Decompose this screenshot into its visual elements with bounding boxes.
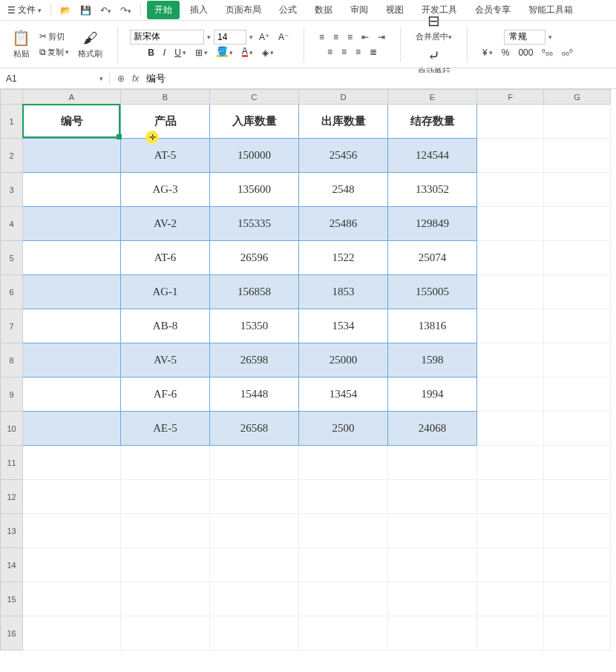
- row-header-4[interactable]: 4: [1, 207, 23, 241]
- col-header-F[interactable]: F: [477, 90, 544, 105]
- cell-G2[interactable]: [544, 139, 611, 173]
- cell-B7[interactable]: AB-8: [121, 309, 210, 343]
- row-header-7[interactable]: 7: [1, 309, 23, 343]
- row-header-12[interactable]: 12: [1, 480, 23, 514]
- row-header-11[interactable]: 11: [1, 446, 23, 480]
- paste-button[interactable]: 📋 粘贴: [9, 27, 33, 61]
- fx-icon[interactable]: fx: [132, 73, 139, 84]
- cell-E6[interactable]: 155005: [388, 275, 477, 309]
- cell-D3[interactable]: 2548: [299, 173, 388, 207]
- increase-font-button[interactable]: A⁺: [256, 30, 272, 44]
- cell[interactable]: [544, 480, 611, 514]
- cell-A8[interactable]: [23, 343, 121, 378]
- cell-C6[interactable]: 156858: [210, 275, 299, 309]
- row-header-10[interactable]: 10: [1, 412, 23, 446]
- align-bottom-button[interactable]: ≡: [344, 30, 355, 44]
- col-header-D[interactable]: D: [299, 90, 388, 105]
- cell-A3[interactable]: [23, 173, 121, 207]
- col-header-B[interactable]: B: [121, 90, 210, 105]
- cell[interactable]: [210, 582, 299, 616]
- file-menu[interactable]: ☰ 文件 ▾: [4, 2, 45, 18]
- cell[interactable]: [388, 548, 477, 582]
- cell-C5[interactable]: 26596: [210, 241, 299, 275]
- tab-review[interactable]: 审阅: [343, 1, 376, 19]
- grid[interactable]: A B C D E F G 1 编号 产品 入库数量 出库数量 结存数量 2 A…: [0, 89, 611, 650]
- increase-decimal-button[interactable]: ⁰₀₀: [539, 46, 556, 59]
- cell-A6[interactable]: [23, 275, 121, 309]
- cell-B2[interactable]: AT-5: [121, 139, 210, 173]
- cell-C8[interactable]: 26598: [210, 343, 299, 378]
- cell-C2[interactable]: 150000: [210, 139, 299, 173]
- cell-G8[interactable]: [544, 343, 611, 378]
- open-button[interactable]: 📂: [57, 4, 74, 17]
- cell-A2[interactable]: [23, 139, 121, 173]
- cell-A4[interactable]: [23, 207, 121, 241]
- tab-page-layout[interactable]: 页面布局: [218, 1, 269, 19]
- tab-formula[interactable]: 公式: [272, 1, 304, 19]
- cell[interactable]: [477, 616, 544, 650]
- percent-button[interactable]: %: [499, 46, 513, 59]
- cell[interactable]: [210, 480, 299, 514]
- row-header-3[interactable]: 3: [1, 173, 23, 207]
- cell[interactable]: [23, 548, 121, 582]
- cell-D4[interactable]: 25486: [299, 207, 388, 241]
- cell[interactable]: [23, 616, 121, 650]
- col-header-C[interactable]: C: [210, 90, 299, 105]
- justify-button[interactable]: ≣: [367, 45, 380, 59]
- merge-center-button[interactable]: ⊟ 合并居中▾: [413, 10, 455, 44]
- cell[interactable]: [477, 480, 544, 514]
- name-box[interactable]: A1 ▾: [0, 73, 110, 84]
- cell[interactable]: [210, 514, 299, 548]
- cell[interactable]: [299, 548, 388, 582]
- cell-G4[interactable]: [544, 207, 611, 241]
- cell-F4[interactable]: [477, 207, 544, 241]
- tab-start[interactable]: 开始: [147, 1, 180, 19]
- cell[interactable]: [121, 582, 210, 616]
- cell[interactable]: [23, 582, 121, 616]
- cell[interactable]: [477, 582, 544, 616]
- align-top-button[interactable]: ≡: [316, 30, 327, 44]
- cut-button[interactable]: ✂剪切: [36, 30, 72, 44]
- cell-D10[interactable]: 2500: [299, 412, 388, 446]
- cell[interactable]: [477, 446, 544, 480]
- copy-button[interactable]: ⧉复制▾: [36, 45, 72, 59]
- bold-button[interactable]: B: [145, 46, 157, 59]
- cell[interactable]: [544, 514, 611, 548]
- italic-button[interactable]: I: [160, 46, 168, 59]
- cell-G3[interactable]: [544, 173, 611, 207]
- cell-F10[interactable]: [477, 412, 544, 446]
- align-right-button[interactable]: ≡: [353, 45, 364, 59]
- cell-F9[interactable]: [477, 378, 544, 412]
- cell[interactable]: [544, 582, 611, 616]
- cell[interactable]: [210, 446, 299, 480]
- indent-increase-button[interactable]: ⇥: [375, 30, 388, 44]
- cell[interactable]: [299, 480, 388, 514]
- cell-B9[interactable]: AF-6: [121, 378, 210, 412]
- row-header-1[interactable]: 1: [1, 105, 23, 139]
- row-header-8[interactable]: 8: [1, 343, 23, 378]
- col-header-E[interactable]: E: [388, 90, 477, 105]
- row-header-16[interactable]: 16: [1, 616, 23, 650]
- cell-E4[interactable]: 129849: [388, 207, 477, 241]
- undo-button[interactable]: ↶▾: [97, 4, 114, 17]
- select-all-corner[interactable]: [1, 90, 23, 105]
- cell-F6[interactable]: [477, 275, 544, 309]
- row-header-6[interactable]: 6: [1, 275, 23, 309]
- fill-color-button[interactable]: 🪣▾: [214, 46, 236, 59]
- cell-G10[interactable]: [544, 412, 611, 446]
- tab-view[interactable]: 视图: [379, 1, 411, 19]
- cell-F5[interactable]: [477, 241, 544, 275]
- cell-D5[interactable]: 1522: [299, 241, 388, 275]
- cell-D1[interactable]: 出库数量: [299, 105, 388, 139]
- cell[interactable]: [388, 446, 477, 480]
- format-painter-button[interactable]: 🖌 格式刷: [75, 28, 105, 61]
- col-header-A[interactable]: A: [23, 90, 121, 105]
- cell[interactable]: [544, 548, 611, 582]
- cell-G1[interactable]: [544, 105, 611, 139]
- cell[interactable]: [388, 582, 477, 616]
- cell-E2[interactable]: 124544: [388, 139, 477, 173]
- decrease-decimal-button[interactable]: ₀₀⁰: [559, 46, 576, 59]
- border-button[interactable]: ⊞▾: [192, 46, 211, 59]
- cell[interactable]: [23, 514, 121, 548]
- cell-B4[interactable]: AV-2: [121, 207, 210, 241]
